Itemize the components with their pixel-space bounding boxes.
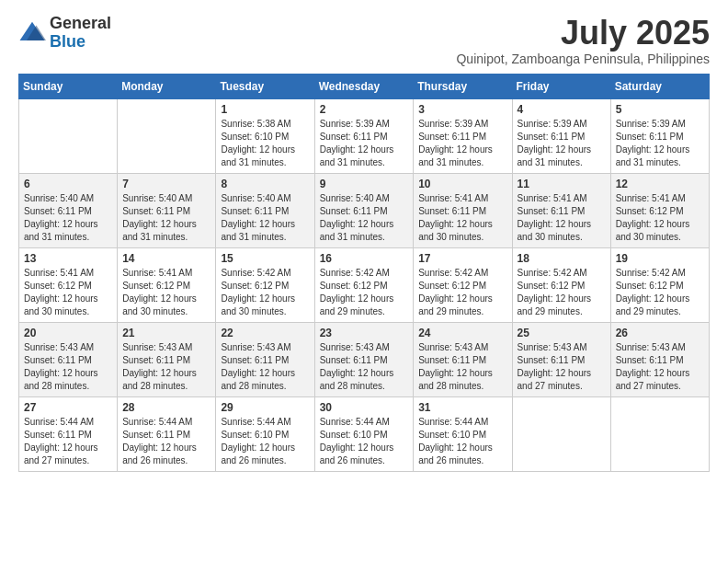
calendar-cell: 5Sunrise: 5:39 AMSunset: 6:11 PMDaylight… (610, 98, 709, 173)
calendar-week-row: 6Sunrise: 5:40 AMSunset: 6:11 PMDaylight… (19, 173, 710, 247)
day-info: Sunrise: 5:40 AMSunset: 6:11 PMDaylight:… (320, 192, 409, 244)
calendar-table: SundayMondayTuesdayWednesdayThursdayFrid… (18, 74, 710, 472)
logo-blue: Blue (50, 33, 111, 50)
calendar-cell: 4Sunrise: 5:39 AMSunset: 6:11 PMDaylight… (512, 98, 610, 173)
day-number: 16 (320, 252, 409, 265)
calendar-cell: 6Sunrise: 5:40 AMSunset: 6:11 PMDaylight… (19, 173, 118, 247)
day-info: Sunrise: 5:43 AMSunset: 6:11 PMDaylight:… (24, 341, 112, 393)
day-number: 19 (616, 252, 704, 265)
calendar-week-row: 13Sunrise: 5:41 AMSunset: 6:12 PMDayligh… (19, 247, 710, 322)
calendar-cell: 12Sunrise: 5:41 AMSunset: 6:12 PMDayligh… (610, 173, 709, 247)
day-info: Sunrise: 5:40 AMSunset: 6:11 PMDaylight:… (24, 192, 112, 244)
calendar-week-row: 20Sunrise: 5:43 AMSunset: 6:11 PMDayligh… (19, 322, 710, 396)
day-number: 27 (24, 401, 112, 414)
calendar-cell (118, 98, 216, 173)
day-number: 9 (320, 178, 409, 190)
calendar-cell: 8Sunrise: 5:40 AMSunset: 6:11 PMDaylight… (216, 173, 314, 247)
calendar-cell: 28Sunrise: 5:44 AMSunset: 6:11 PMDayligh… (118, 396, 216, 471)
logo: General Blue (18, 15, 111, 50)
calendar-cell: 26Sunrise: 5:43 AMSunset: 6:11 PMDayligh… (610, 322, 709, 396)
weekday-header-saturday: Saturday (610, 74, 709, 98)
calendar-cell: 13Sunrise: 5:41 AMSunset: 6:12 PMDayligh… (19, 247, 118, 322)
month-title: July 2025 (456, 15, 710, 52)
day-number: 11 (518, 178, 606, 190)
day-info: Sunrise: 5:42 AMSunset: 6:12 PMDaylight:… (320, 267, 409, 318)
day-number: 3 (418, 103, 506, 116)
day-info: Sunrise: 5:43 AMSunset: 6:11 PMDaylight:… (518, 341, 606, 393)
calendar-cell: 10Sunrise: 5:41 AMSunset: 6:11 PMDayligh… (414, 173, 512, 247)
day-number: 1 (221, 103, 309, 116)
weekday-header-monday: Monday (118, 74, 216, 98)
calendar-cell: 17Sunrise: 5:42 AMSunset: 6:12 PMDayligh… (414, 247, 512, 322)
day-info: Sunrise: 5:39 AMSunset: 6:11 PMDaylight:… (418, 118, 506, 169)
day-info: Sunrise: 5:43 AMSunset: 6:11 PMDaylight:… (616, 341, 704, 393)
calendar-cell (610, 396, 709, 471)
day-info: Sunrise: 5:44 AMSunset: 6:11 PMDaylight:… (24, 416, 112, 467)
calendar-cell: 15Sunrise: 5:42 AMSunset: 6:12 PMDayligh… (216, 247, 314, 322)
day-info: Sunrise: 5:41 AMSunset: 6:11 PMDaylight:… (518, 192, 606, 244)
calendar-week-row: 1Sunrise: 5:38 AMSunset: 6:10 PMDaylight… (19, 98, 710, 173)
day-info: Sunrise: 5:43 AMSunset: 6:11 PMDaylight:… (320, 341, 409, 393)
calendar-cell: 3Sunrise: 5:39 AMSunset: 6:11 PMDaylight… (414, 98, 512, 173)
calendar-cell: 9Sunrise: 5:40 AMSunset: 6:11 PMDaylight… (314, 173, 414, 247)
day-info: Sunrise: 5:41 AMSunset: 6:12 PMDaylight:… (616, 192, 704, 244)
day-number: 17 (418, 252, 506, 265)
day-number: 4 (518, 103, 606, 116)
calendar-cell: 23Sunrise: 5:43 AMSunset: 6:11 PMDayligh… (314, 322, 414, 396)
day-info: Sunrise: 5:40 AMSunset: 6:11 PMDaylight:… (221, 192, 309, 244)
weekday-header-tuesday: Tuesday (216, 74, 314, 98)
calendar-cell: 31Sunrise: 5:44 AMSunset: 6:10 PMDayligh… (414, 396, 512, 471)
day-info: Sunrise: 5:40 AMSunset: 6:11 PMDaylight:… (122, 192, 210, 244)
calendar-cell (512, 396, 610, 471)
day-info: Sunrise: 5:44 AMSunset: 6:10 PMDaylight:… (221, 416, 309, 467)
calendar-cell: 7Sunrise: 5:40 AMSunset: 6:11 PMDaylight… (118, 173, 216, 247)
calendar-cell: 18Sunrise: 5:42 AMSunset: 6:12 PMDayligh… (512, 247, 610, 322)
day-number: 31 (418, 401, 506, 414)
calendar-cell: 22Sunrise: 5:43 AMSunset: 6:11 PMDayligh… (216, 322, 314, 396)
day-number: 29 (221, 401, 309, 414)
weekday-header-row: SundayMondayTuesdayWednesdayThursdayFrid… (19, 74, 710, 98)
calendar-body: 1Sunrise: 5:38 AMSunset: 6:10 PMDaylight… (19, 98, 710, 471)
day-number: 7 (122, 178, 210, 190)
day-number: 25 (518, 327, 606, 339)
day-number: 5 (616, 103, 704, 116)
weekday-header-sunday: Sunday (19, 74, 118, 98)
day-info: Sunrise: 5:38 AMSunset: 6:10 PMDaylight:… (221, 118, 309, 169)
day-number: 26 (616, 327, 704, 339)
calendar-cell: 16Sunrise: 5:42 AMSunset: 6:12 PMDayligh… (314, 247, 414, 322)
day-number: 22 (221, 327, 309, 339)
day-number: 6 (24, 178, 112, 190)
day-info: Sunrise: 5:43 AMSunset: 6:11 PMDaylight:… (122, 341, 210, 393)
calendar-cell: 27Sunrise: 5:44 AMSunset: 6:11 PMDayligh… (19, 396, 118, 471)
day-number: 2 (320, 103, 409, 116)
calendar-cell (19, 98, 118, 173)
weekday-header-wednesday: Wednesday (314, 74, 414, 98)
calendar-header: SundayMondayTuesdayWednesdayThursdayFrid… (19, 74, 710, 98)
calendar-cell: 24Sunrise: 5:43 AMSunset: 6:11 PMDayligh… (414, 322, 512, 396)
calendar-cell: 30Sunrise: 5:44 AMSunset: 6:10 PMDayligh… (314, 396, 414, 471)
day-info: Sunrise: 5:41 AMSunset: 6:11 PMDaylight:… (418, 192, 506, 244)
day-info: Sunrise: 5:44 AMSunset: 6:10 PMDaylight:… (320, 416, 409, 467)
day-info: Sunrise: 5:39 AMSunset: 6:11 PMDaylight:… (616, 118, 704, 169)
day-info: Sunrise: 5:43 AMSunset: 6:11 PMDaylight:… (418, 341, 506, 393)
calendar-cell: 21Sunrise: 5:43 AMSunset: 6:11 PMDayligh… (118, 322, 216, 396)
day-number: 12 (616, 178, 704, 190)
day-number: 28 (122, 401, 210, 414)
location-subtitle: Quinipot, Zamboanga Peninsula, Philippin… (456, 52, 710, 66)
day-number: 13 (24, 252, 112, 265)
day-number: 10 (418, 178, 506, 190)
weekday-header-friday: Friday (512, 74, 610, 98)
calendar-cell: 11Sunrise: 5:41 AMSunset: 6:11 PMDayligh… (512, 173, 610, 247)
calendar-cell: 1Sunrise: 5:38 AMSunset: 6:10 PMDaylight… (216, 98, 314, 173)
logo-general: General (50, 15, 111, 33)
day-info: Sunrise: 5:44 AMSunset: 6:11 PMDaylight:… (122, 416, 210, 467)
calendar-cell: 20Sunrise: 5:43 AMSunset: 6:11 PMDayligh… (19, 322, 118, 396)
day-number: 18 (518, 252, 606, 265)
logo-icon (18, 18, 46, 46)
day-info: Sunrise: 5:44 AMSunset: 6:10 PMDaylight:… (418, 416, 506, 467)
calendar-cell: 29Sunrise: 5:44 AMSunset: 6:10 PMDayligh… (216, 396, 314, 471)
day-info: Sunrise: 5:39 AMSunset: 6:11 PMDaylight:… (518, 118, 606, 169)
day-number: 24 (418, 327, 506, 339)
day-number: 20 (24, 327, 112, 339)
day-info: Sunrise: 5:42 AMSunset: 6:12 PMDaylight:… (616, 267, 704, 318)
